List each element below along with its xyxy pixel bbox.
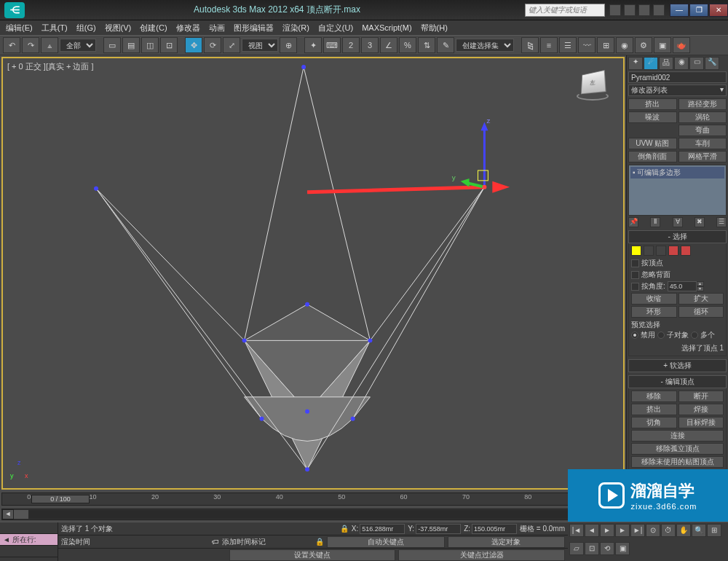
minimize-button[interactable]: — <box>670 4 689 17</box>
loop-button[interactable]: 循环 <box>678 306 724 318</box>
grow-button[interactable]: 扩大 <box>678 293 724 305</box>
snap-angle-icon[interactable]: ∠ <box>380 37 397 53</box>
goto-start-icon[interactable]: |◄ <box>569 524 584 537</box>
sel-lock-button[interactable]: 选定对象 <box>448 536 565 548</box>
max-toggle-icon[interactable]: ▣ <box>615 542 630 555</box>
display-tab-icon[interactable]: ▭ <box>689 57 704 70</box>
menu-tools[interactable]: 工具(T) <box>41 23 68 34</box>
render-icon[interactable]: 🫖 <box>673 37 690 53</box>
snap-3d-icon[interactable]: 3 <box>361 37 379 53</box>
pivot-icon[interactable]: ⊕ <box>280 37 297 53</box>
target-weld-button[interactable]: 目标焊接 <box>678 417 724 428</box>
track-left-icon[interactable]: ◄ <box>2 509 14 519</box>
key-filter-button[interactable]: 关键点过滤器 <box>398 549 565 561</box>
render-setup-icon[interactable]: ⚙ <box>635 37 652 53</box>
pan-icon[interactable]: ✋ <box>676 524 691 537</box>
chamfer-button[interactable]: 切角 <box>631 417 677 428</box>
maximize-button[interactable]: ❐ <box>689 4 708 17</box>
break-button[interactable]: 断开 <box>678 391 724 402</box>
mod-uvw-button[interactable]: UVW 贴图 <box>628 138 677 149</box>
select-name-icon[interactable]: ▤ <box>122 37 140 53</box>
menu-create[interactable]: 创建(C) <box>140 23 167 34</box>
timeline[interactable]: 0 / 100 010 2030 4050 6070 8090 <box>1 493 625 506</box>
preview-subobj-radio[interactable] <box>657 332 665 339</box>
time-slider[interactable]: 0 / 100 <box>31 495 90 503</box>
subobj-poly-icon[interactable] <box>668 246 678 256</box>
close-button[interactable]: ✕ <box>709 4 728 17</box>
remove-iso-button[interactable]: 移除孤立顶点 <box>631 443 724 455</box>
mod-lathe-button[interactable]: 车削 <box>678 138 727 149</box>
menu-group[interactable]: 组(G) <box>76 23 96 34</box>
next-frame-icon[interactable]: ► <box>615 524 630 537</box>
schematic-icon[interactable]: ⊞ <box>597 37 614 53</box>
show-result-icon[interactable]: Ⅱ <box>650 217 660 227</box>
sel-lock-icon[interactable]: 🔒 <box>315 538 324 546</box>
mod-bend-button[interactable]: 弯曲 <box>678 125 727 136</box>
move-icon[interactable]: ✥ <box>185 37 202 53</box>
menu-edit[interactable]: 编辑(E) <box>6 23 33 34</box>
shrink-button[interactable]: 收缩 <box>631 293 677 305</box>
orbit-icon[interactable]: ⟲ <box>600 542 614 555</box>
help-icon[interactable] <box>653 4 665 16</box>
object-name-input[interactable] <box>628 71 727 83</box>
modifier-list-select[interactable]: 修改器列表▾ <box>628 85 727 96</box>
material-icon[interactable]: ◉ <box>616 37 633 53</box>
remove-button[interactable]: 移除 <box>631 391 677 402</box>
app-logo[interactable]: ⋲ <box>4 2 25 18</box>
search-icon[interactable] <box>609 4 621 16</box>
rotate-icon[interactable]: ⟳ <box>204 37 221 53</box>
mod-extrude-button[interactable]: 挤出 <box>628 98 677 110</box>
manip-icon[interactable]: ✦ <box>304 37 322 53</box>
goto-end-icon[interactable]: ►| <box>630 524 645 537</box>
region-icon[interactable]: ◫ <box>141 37 159 53</box>
modifier-stack[interactable]: ▪ 可编辑多边形 <box>628 165 727 216</box>
zoom-icon[interactable]: 🔍 <box>692 524 706 537</box>
configure-icon[interactable]: ☰ <box>716 217 727 227</box>
stack-item-editpoly[interactable]: ▪ 可编辑多边形 <box>630 167 724 178</box>
viewport[interactable]: [ + 0 正交 ][真实 + 边面 ] 左 <box>1 57 625 490</box>
subobj-border-icon[interactable] <box>656 246 666 256</box>
angle-spinner[interactable] <box>668 281 697 291</box>
by-vertex-checkbox[interactable] <box>631 259 639 267</box>
weld-button[interactable]: 焊接 <box>678 404 724 415</box>
y-input[interactable] <box>416 524 461 534</box>
time-config-icon[interactable]: ⏱ <box>661 524 676 537</box>
subobj-edge-icon[interactable] <box>644 246 654 256</box>
utility-tab-icon[interactable]: 🔧 <box>705 57 719 70</box>
snap-2d-icon[interactable]: 2 <box>342 37 360 53</box>
menu-custom[interactable]: 自定义(U) <box>318 23 353 34</box>
play-icon[interactable]: ► <box>600 524 614 537</box>
mod-pathdeform-button[interactable]: 路径变形 <box>678 98 727 110</box>
fov-icon[interactable]: ▱ <box>569 542 584 555</box>
undo-icon[interactable]: ↶ <box>3 37 20 53</box>
create-tab-icon[interactable]: ✦ <box>628 57 643 70</box>
menu-view[interactable]: 视图(V) <box>105 23 132 34</box>
mod-turbo-button[interactable]: 涡轮 <box>678 111 727 123</box>
selection-rollout-head[interactable]: - 选择 <box>628 230 727 243</box>
star-icon[interactable] <box>638 4 650 16</box>
named-set-select[interactable]: 创建选择集 <box>456 39 514 52</box>
prev-frame-icon[interactable]: ◄ <box>585 524 599 537</box>
remove-unused-button[interactable]: 移除未使用的贴图顶点 <box>631 456 724 468</box>
menu-script[interactable]: MAXScript(M) <box>362 23 411 32</box>
menu-help[interactable]: 帮助(H) <box>421 23 448 34</box>
curve-editor-icon[interactable]: 〰 <box>578 37 596 53</box>
edit-vertex-rollout-head[interactable]: - 编辑顶点 <box>628 375 727 388</box>
ignore-back-checkbox[interactable] <box>631 271 639 279</box>
coord-select[interactable]: 视图 <box>242 39 278 52</box>
mod-noise-button[interactable]: 噪波 <box>628 111 677 123</box>
modify-tab-icon[interactable]: ☄ <box>644 57 658 70</box>
window-cross-icon[interactable]: ⊡ <box>160 37 178 53</box>
motion-tab-icon[interactable]: ◉ <box>674 57 689 70</box>
track-bar[interactable]: ◄ ► <box>1 509 625 520</box>
link-icon[interactable]: ⟁ <box>41 37 58 53</box>
render-frame-icon[interactable]: ▣ <box>654 37 671 53</box>
menu-modifier[interactable]: 修改器 <box>176 23 200 34</box>
auto-key-button[interactable]: 自动关键点 <box>327 536 444 548</box>
z-input[interactable] <box>472 524 517 534</box>
mod-bevel-button[interactable]: 倒角剖面 <box>628 151 677 162</box>
unique-icon[interactable]: ∀ <box>673 217 683 227</box>
redo-icon[interactable]: ↷ <box>22 37 39 53</box>
zoom-all-icon[interactable]: ⊞ <box>707 524 721 537</box>
zoom-ext-icon[interactable]: ⊡ <box>585 542 599 555</box>
